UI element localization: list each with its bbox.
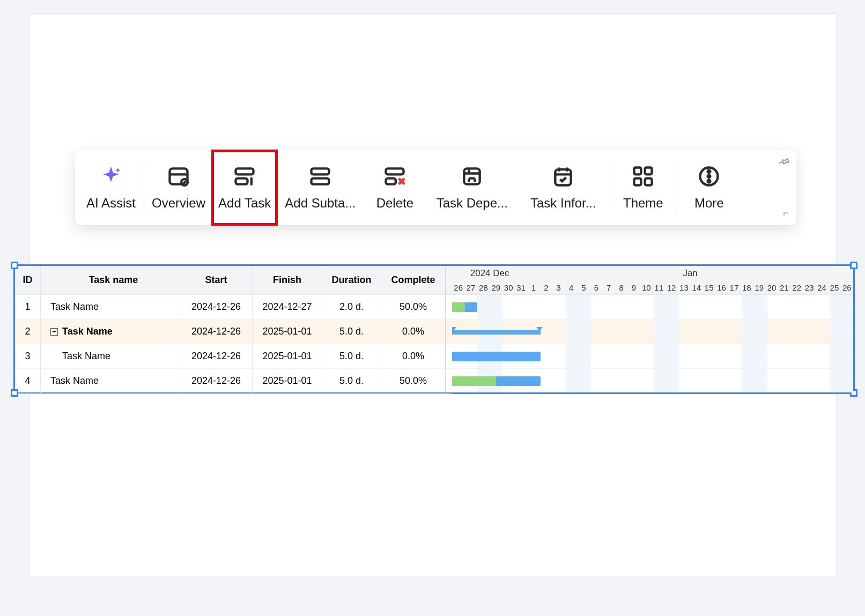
task-name-cell: Task Name <box>62 326 113 337</box>
summary-cap-left <box>452 327 456 331</box>
timeline-day-label: 11 <box>653 280 665 295</box>
more-button[interactable]: More <box>677 150 741 225</box>
resize-handle-tr[interactable] <box>850 262 857 269</box>
timeline-row[interactable] <box>452 344 853 369</box>
dependency-icon <box>460 165 484 188</box>
svg-point-15 <box>708 170 711 173</box>
collapse-toggle[interactable]: − <box>50 328 58 336</box>
cell-finish[interactable]: 2025-01-01 <box>253 320 322 344</box>
pin-button[interactable] <box>778 155 790 169</box>
weekend-shade <box>578 344 591 368</box>
cell-complete[interactable]: 0.0% <box>381 320 446 344</box>
timeline-day-label: 1 <box>527 280 539 295</box>
theme-label: Theme <box>623 196 663 211</box>
theme-button[interactable]: Theme <box>611 150 675 225</box>
cell-duration[interactable]: 2.0 d. <box>322 295 381 319</box>
weekend-shade <box>742 369 755 392</box>
svg-rect-5 <box>312 179 329 184</box>
cell-complete[interactable]: 0.0% <box>381 344 446 368</box>
overview-button[interactable]: Overview <box>145 150 212 225</box>
timeline-day-label: 28 <box>477 280 490 295</box>
weekend-shade <box>477 295 490 319</box>
col-header-duration[interactable]: Duration <box>322 266 381 294</box>
resize-handle-tl[interactable] <box>11 262 18 269</box>
cell-duration[interactable]: 5.0 d. <box>322 320 381 344</box>
task-info-button[interactable]: Task Infor... <box>517 150 609 225</box>
timeline-day-label: 4 <box>565 280 577 295</box>
cell-start[interactable]: 2024-12-26 <box>180 320 253 344</box>
weekend-shade <box>830 295 843 319</box>
task-bar[interactable] <box>452 352 541 361</box>
table-row[interactable]: 2−Task Name2024-12-262025-01-015.0 d.0.0… <box>15 320 452 344</box>
timeline-day-label: 26 <box>452 280 464 295</box>
svg-rect-12 <box>634 179 641 185</box>
timeline-day-label: 6 <box>590 280 602 295</box>
timeline-day-label: 10 <box>640 280 653 295</box>
add-subtask-button[interactable]: Add Subta... <box>277 150 363 225</box>
summary-bar[interactable] <box>452 330 541 335</box>
ai-assist-button[interactable]: AI Assist <box>79 150 143 225</box>
timeline-day-label: 14 <box>690 280 703 295</box>
cell-duration[interactable]: 5.0 d. <box>322 369 381 393</box>
cell-start[interactable]: 2024-12-26 <box>180 369 253 393</box>
timeline-header: 2024 DecJan 2627282930311234567891011121… <box>452 266 853 295</box>
col-header-name[interactable]: Task name <box>41 266 180 294</box>
cell-finish[interactable]: 2025-01-01 <box>253 344 322 368</box>
cell-duration[interactable]: 5.0 d. <box>322 344 381 368</box>
table-row[interactable]: 1Task Name2024-12-262024-12-272.0 d.50.0… <box>15 295 452 320</box>
task-progress-bar <box>452 376 496 386</box>
task-dependency-button[interactable]: Task Depe... <box>426 150 517 225</box>
timeline-day-label: 13 <box>678 280 690 295</box>
cell-id: 2 <box>15 320 41 344</box>
cell-name[interactable]: Task Name <box>41 369 180 393</box>
svg-rect-3 <box>236 179 248 184</box>
col-header-complete[interactable]: Complete <box>381 266 446 294</box>
table-row[interactable]: 3Task Name2024-12-262025-01-015.0 d.0.0% <box>15 344 452 369</box>
timeline-row[interactable] <box>452 369 853 392</box>
timeline-day-label: 7 <box>603 280 615 295</box>
timeline-day-label: 24 <box>816 280 828 295</box>
col-header-start[interactable]: Start <box>180 266 253 294</box>
timeline-row[interactable] <box>452 320 853 344</box>
delete-button[interactable]: Delete <box>363 150 426 225</box>
weekend-shade <box>566 344 579 368</box>
gantt-grid: ID Task name Start Finish Duration Compl… <box>15 266 452 392</box>
col-header-finish[interactable]: Finish <box>253 266 322 294</box>
weekend-shade <box>755 344 767 368</box>
overview-label: Overview <box>152 196 205 211</box>
task-name-cell: Task Name <box>50 375 99 387</box>
cell-name[interactable]: Task Name <box>41 295 180 319</box>
summary-cap-right <box>536 327 543 331</box>
timeline-day-label: 27 <box>464 280 477 295</box>
cell-complete[interactable]: 50.0% <box>381 295 446 319</box>
timeline-day-label: 18 <box>741 280 753 295</box>
svg-rect-7 <box>386 179 396 184</box>
weekend-shade <box>667 344 679 368</box>
gantt-timeline: 2024 DecJan 2627282930311234567891011121… <box>452 266 853 392</box>
task-info-label: Task Infor... <box>530 196 596 211</box>
cell-finish[interactable]: 2024-12-27 <box>253 295 322 319</box>
pin-icon <box>778 155 790 167</box>
cell-name[interactable]: Task Name <box>41 344 180 368</box>
timeline-day-label: 25 <box>828 280 840 295</box>
expand-icon: ⌐ <box>783 207 789 219</box>
table-row[interactable]: 4Task Name2024-12-262025-01-015.0 d.50.0… <box>15 369 452 394</box>
col-header-id[interactable]: ID <box>15 266 41 294</box>
svg-rect-2 <box>236 168 254 174</box>
cell-start[interactable]: 2024-12-26 <box>180 295 253 319</box>
resize-handle-bl[interactable] <box>11 389 18 397</box>
svg-rect-4 <box>312 168 329 174</box>
weekend-shade <box>755 369 767 392</box>
cell-finish[interactable]: 2025-01-01 <box>253 369 322 393</box>
timeline-row[interactable] <box>452 295 853 320</box>
cell-name[interactable]: −Task Name <box>41 320 180 344</box>
gantt-chart-object[interactable]: ID Task name Start Finish Duration Compl… <box>13 264 855 394</box>
timeline-day-label: 21 <box>778 280 790 295</box>
task-progress-bar <box>452 302 465 312</box>
svg-point-17 <box>708 180 711 183</box>
weekend-shade <box>742 320 755 344</box>
add-task-button[interactable]: Add Task <box>212 150 277 225</box>
cell-start[interactable]: 2024-12-26 <box>180 344 253 368</box>
cell-complete[interactable]: 50.0% <box>381 369 446 393</box>
task-dependency-label: Task Depe... <box>437 196 508 211</box>
